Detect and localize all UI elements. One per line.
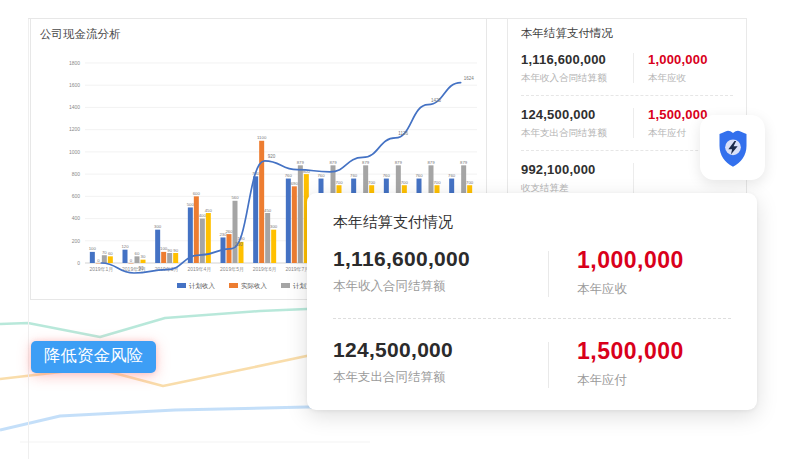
balance-value: 992,100,000 <box>521 162 633 177</box>
svg-text:760: 760 <box>448 173 456 178</box>
popup-expense-settlement-value: 124,500,000 <box>333 338 548 362</box>
dashed-divider <box>521 95 733 96</box>
svg-text:1100: 1100 <box>257 135 267 140</box>
svg-text:实际收入: 实际收入 <box>241 282 268 290</box>
popup-receivable-value: 1,000,000 <box>577 247 731 274</box>
svg-text:200: 200 <box>72 238 81 244</box>
svg-text:700: 700 <box>466 180 474 185</box>
svg-text:0: 0 <box>97 258 100 263</box>
svg-text:2019年7月: 2019年7月 <box>285 266 309 273</box>
svg-text:70: 70 <box>102 250 107 255</box>
svg-text:760: 760 <box>383 173 391 178</box>
svg-text:400: 400 <box>199 213 207 218</box>
svg-text:879: 879 <box>427 160 435 165</box>
svg-text:260: 260 <box>225 229 233 234</box>
popup-income-settlement-label: 本年收入合同结算额 <box>333 278 548 295</box>
dashed-divider <box>333 318 731 319</box>
income-settlement-label: 本年收入合同结算额 <box>521 72 633 85</box>
popup-income-settlement-value: 1,116,600,000 <box>333 247 548 271</box>
svg-text:400: 400 <box>72 215 81 221</box>
svg-text:1400: 1400 <box>69 104 80 110</box>
svg-text:2019年4月: 2019年4月 <box>187 266 211 273</box>
svg-text:760: 760 <box>350 173 358 178</box>
svg-text:879: 879 <box>362 160 370 165</box>
svg-text:0: 0 <box>130 258 133 263</box>
svg-text:879: 879 <box>329 160 337 165</box>
popup-title: 本年结算支付情况 <box>333 213 731 232</box>
svg-text:879: 879 <box>297 160 305 165</box>
settlement-panel-title: 本年结算支付情况 <box>521 26 733 41</box>
svg-text:560: 560 <box>231 195 239 200</box>
security-shield-card[interactable] <box>700 115 765 180</box>
svg-text:1800: 1800 <box>69 60 80 66</box>
svg-text:30: 30 <box>141 254 146 259</box>
svg-text:879: 879 <box>395 160 403 165</box>
svg-text:-90: -90 <box>137 266 144 271</box>
svg-text:0: 0 <box>77 260 80 266</box>
svg-text:600: 600 <box>72 193 81 199</box>
expense-settlement-value: 124,500,000 <box>521 107 633 122</box>
popup-payable-label: 本年应付 <box>577 372 731 389</box>
chart-title: 公司现金流分析 <box>40 27 121 42</box>
svg-text:130: 130 <box>235 242 243 247</box>
svg-text:760: 760 <box>285 173 293 178</box>
svg-text:700: 700 <box>401 180 409 185</box>
svg-text:920: 920 <box>268 154 276 159</box>
svg-text:760: 760 <box>317 173 325 178</box>
svg-text:879: 879 <box>460 160 468 165</box>
settlement-popup: 本年结算支付情况 1,116,600,000 本年收入合同结算额 1,000,0… <box>307 193 757 410</box>
svg-text:2019年6月: 2019年6月 <box>253 266 277 273</box>
popup-row-income: 1,116,600,000 本年收入合同结算额 1,000,000 本年应收 <box>333 247 731 298</box>
popup-row-expense: 124,500,000 本年支出合同结算额 1,500,000 本年应付 <box>333 338 731 389</box>
svg-text:60: 60 <box>108 251 113 256</box>
svg-text:1126: 1126 <box>398 131 408 136</box>
income-settlement-value: 1,116,600,000 <box>521 52 633 67</box>
svg-text:计划收入: 计划收入 <box>189 282 216 289</box>
expense-settlement-label: 本年支出合同结算额 <box>521 127 633 140</box>
svg-text:600: 600 <box>193 191 201 196</box>
popup-payable-value: 1,500,000 <box>577 338 731 365</box>
svg-text:300: 300 <box>154 224 162 229</box>
svg-text:1624: 1624 <box>464 76 475 81</box>
svg-text:1425: 1425 <box>431 98 442 103</box>
svg-text:500: 500 <box>187 202 195 207</box>
popup-receivable-label: 本年应收 <box>577 281 731 298</box>
svg-text:450: 450 <box>205 208 213 213</box>
svg-text:450: 450 <box>264 208 272 213</box>
receivable-label: 本年应收 <box>648 72 733 85</box>
svg-text:1200: 1200 <box>69 126 80 132</box>
shield-lightning-icon <box>709 124 757 172</box>
dashboard: 公司现金流分析 02004006008001000120014001600180… <box>0 0 792 459</box>
risk-tag[interactable]: 降低资金风险 <box>31 341 156 373</box>
svg-text:120: 120 <box>121 244 129 249</box>
receivable-value: 1,000,000 <box>648 52 733 67</box>
column-divider <box>633 163 634 193</box>
svg-text:1600: 1600 <box>69 82 80 88</box>
svg-text:300: 300 <box>270 224 278 229</box>
svg-text:760: 760 <box>415 173 423 178</box>
svg-text:690: 690 <box>291 181 299 186</box>
settlement-row-income: 1,116,600,000 本年收入合同结算额 1,000,000 本年应收 <box>521 50 733 85</box>
svg-text:700: 700 <box>335 180 343 185</box>
popup-expense-settlement-label: 本年支出合同结算额 <box>333 369 548 386</box>
svg-text:800: 800 <box>72 171 81 177</box>
svg-text:1000: 1000 <box>69 149 80 155</box>
svg-text:2019年1月: 2019年1月 <box>89 266 113 273</box>
svg-text:2019年5月: 2019年5月 <box>220 266 244 273</box>
svg-text:100: 100 <box>89 246 97 251</box>
svg-text:700: 700 <box>368 180 376 185</box>
page-left-border <box>28 18 29 459</box>
svg-text:700: 700 <box>433 180 441 185</box>
svg-text:90: 90 <box>173 248 178 253</box>
svg-text:60: 60 <box>135 251 140 256</box>
svg-text:90: 90 <box>167 248 172 253</box>
